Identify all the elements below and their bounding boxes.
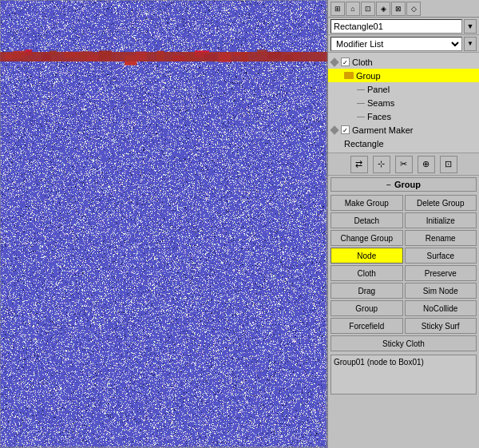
toolbar-btn-3[interactable]: ⊡ xyxy=(361,2,375,16)
modifier-arrow-btn[interactable]: ▼ xyxy=(464,37,477,51)
tree-label-rectangle: Rectangle xyxy=(344,139,384,149)
tree-label-faces: Faces xyxy=(367,112,391,121)
rename-button[interactable]: Rename xyxy=(405,230,477,246)
info-label: Group01 (node to Box01) xyxy=(334,358,424,367)
icon-rotate-btn[interactable]: ⊹ xyxy=(373,156,390,173)
tree-item-faces[interactable]: — Faces xyxy=(328,109,479,123)
panel-dash-icon: — xyxy=(357,85,365,93)
viewport-top-border xyxy=(0,52,327,61)
toolbar-row: ⊞ ⌂ ⊡ ◈ ⊠ ◇ xyxy=(328,0,479,18)
icon-link-btn[interactable]: ⊕ xyxy=(418,156,435,173)
tree-item-cloth-root[interactable]: ✓ Cloth xyxy=(328,55,479,69)
preserve-button[interactable]: Preserve xyxy=(405,265,477,281)
modifier-row: Modifier List ▼ xyxy=(328,35,479,53)
tree-label-cloth: Cloth xyxy=(352,57,373,67)
tree-item-seams[interactable]: — Seams xyxy=(328,96,479,109)
icon-cut-btn[interactable]: ✂ xyxy=(395,156,413,173)
detach-button[interactable]: Detach xyxy=(331,212,403,228)
forcefield-button[interactable]: Forcefield xyxy=(331,318,403,334)
modifier-list-select[interactable]: Modifier List xyxy=(331,37,462,51)
section-header-label: Group xyxy=(394,180,421,189)
tree-label-seams: Seams xyxy=(367,98,394,108)
buttons-grid: Make Group Delete Group Detach Initializ… xyxy=(328,193,479,335)
cloth-diamond-icon xyxy=(330,57,338,66)
garment-diamond-icon xyxy=(330,125,338,134)
info-box: Group01 (node to Box01) xyxy=(331,355,477,394)
tree-label-garment-maker: Garment Maker xyxy=(352,125,413,135)
faces-dash-icon: — xyxy=(357,112,365,121)
right-panel: ⊞ ⌂ ⊡ ◈ ⊠ ◇ ▼ Modifier List ▼ ✓ Cloth Gr… xyxy=(327,0,479,448)
toolbar-btn-5[interactable]: ⊠ xyxy=(391,2,406,16)
sim-node-button[interactable]: Sim Node xyxy=(405,283,477,299)
seams-dash-icon: — xyxy=(357,98,365,107)
icon-grid-btn[interactable]: ⊡ xyxy=(440,156,457,173)
nocollide-button[interactable]: NoCollide xyxy=(405,300,477,316)
tree-label-panel: Panel xyxy=(367,85,390,94)
change-group-button[interactable]: Change Group xyxy=(331,230,403,246)
tree-item-panel[interactable]: — Panel xyxy=(328,82,479,96)
group-folder-icon xyxy=(344,72,354,79)
cloth-checkbox-icon[interactable]: ✓ xyxy=(341,57,350,66)
cloth-button[interactable]: Cloth xyxy=(331,265,403,281)
group-section-header[interactable]: − Group xyxy=(331,177,477,192)
toolbar-btn-2[interactable]: ⌂ xyxy=(346,2,360,16)
viewport[interactable] xyxy=(0,0,327,448)
sticky-cloth-button[interactable]: Sticky Cloth xyxy=(331,335,477,351)
name-input[interactable] xyxy=(331,19,462,34)
viewport-canvas xyxy=(0,0,327,448)
toolbar-btn-6[interactable]: ◇ xyxy=(406,2,421,16)
toolbar-btn-4[interactable]: ◈ xyxy=(376,2,390,16)
surface-button[interactable]: Surface xyxy=(405,248,477,264)
tree-area: ✓ Cloth Group — Panel — Seams — Faces ✓ … xyxy=(328,53,479,153)
name-row: ▼ xyxy=(328,18,479,35)
name-dropdown-btn[interactable]: ▼ xyxy=(464,19,477,34)
sticky-cloth-row: Sticky Cloth xyxy=(328,335,479,353)
drag-button[interactable]: Drag xyxy=(331,283,403,299)
icon-toolbar: ⇄ ⊹ ✂ ⊕ ⊡ xyxy=(328,153,479,176)
node-button[interactable]: Node xyxy=(331,248,403,264)
group-section: − Group Make Group Delete Group Detach I… xyxy=(328,176,479,448)
tree-item-garment-maker[interactable]: ✓ Garment Maker xyxy=(328,123,479,137)
group-sub-button[interactable]: Group xyxy=(331,300,403,316)
icon-move-btn[interactable]: ⇄ xyxy=(350,156,368,173)
make-group-button[interactable]: Make Group xyxy=(331,195,403,211)
tree-item-group[interactable]: Group xyxy=(328,69,479,82)
garment-checkbox-icon[interactable]: ✓ xyxy=(341,125,350,134)
sticky-surf-button[interactable]: Sticky Surf xyxy=(405,318,477,334)
tree-item-rectangle[interactable]: Rectangle xyxy=(328,137,479,150)
section-minus-icon: − xyxy=(386,180,391,189)
delete-group-button[interactable]: Delete Group xyxy=(405,195,477,211)
tree-label-group: Group xyxy=(356,71,381,81)
toolbar-btn-1[interactable]: ⊞ xyxy=(331,2,345,16)
initialize-button[interactable]: Initialize xyxy=(405,212,477,228)
